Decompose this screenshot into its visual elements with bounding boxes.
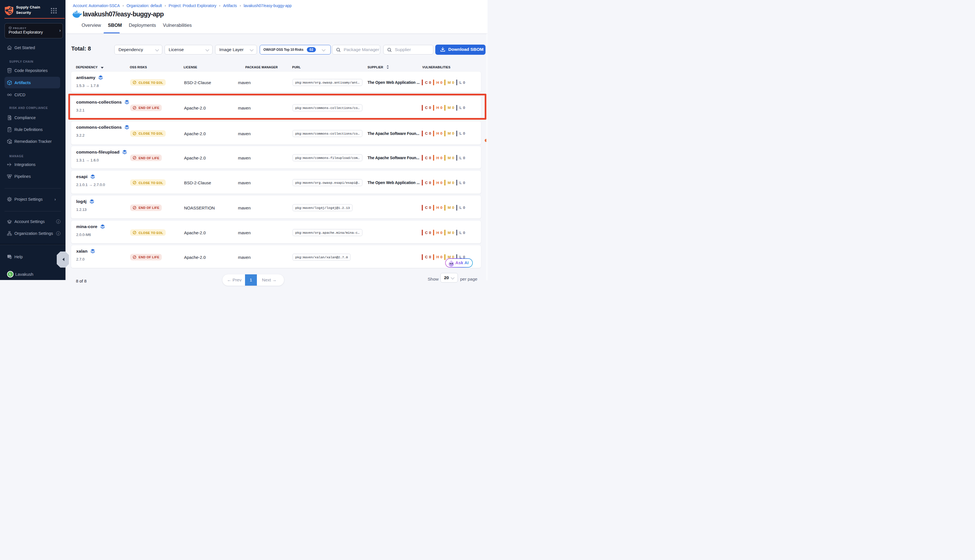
svg-text:?: ? [8, 255, 10, 257]
